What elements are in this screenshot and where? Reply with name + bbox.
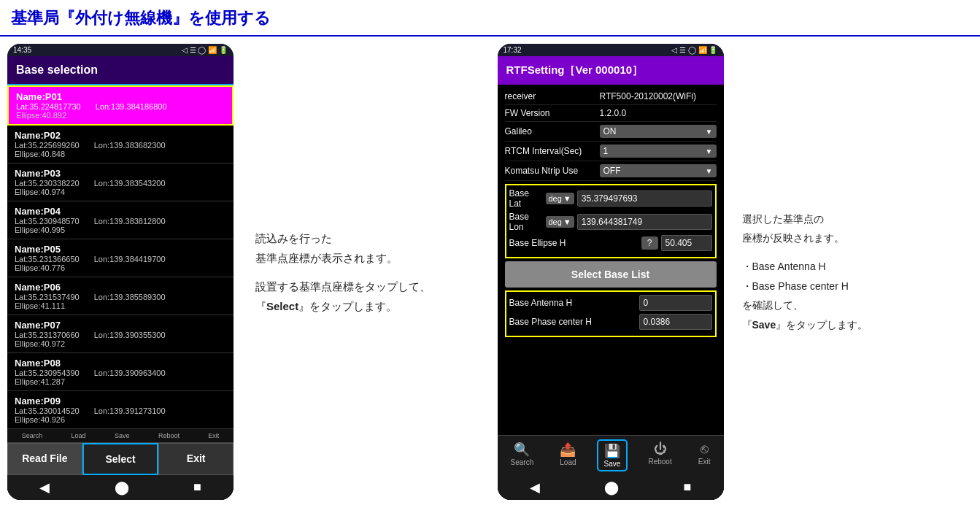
right-nav-bar: ◀ ⬤ ■ — [498, 475, 724, 500]
item-ellipse: Ellipse:40.926 — [15, 415, 226, 424]
base-lat-row: Base Lat deg ▼ — [509, 188, 712, 209]
middle-line5: 『Select』をタップします。 — [255, 296, 476, 316]
lon-unit-arrow: ▼ — [563, 217, 571, 226]
right-home-icon[interactable]: ⬤ — [604, 479, 619, 496]
save-label: Save — [752, 319, 776, 331]
tab-item[interactable]: Exit — [205, 431, 222, 441]
item-lat: Lat:35.230338220 — [15, 179, 80, 188]
reboot-icon: ⏻ — [654, 442, 667, 457]
base-list-item[interactable]: Name:P02 Lat:35.225699260 Lon:139.383682… — [7, 126, 234, 163]
rtfsetting-title: RTFSetting［Ver 000010］ — [506, 63, 715, 77]
ntrip-dropdown-icon: ▼ — [706, 167, 713, 175]
base-lon-input[interactable] — [577, 214, 712, 230]
item-ellipse: Ellipse:40.848 — [15, 150, 226, 158]
phase-h-input[interactable] — [639, 314, 712, 330]
item-lon: Lon:139.391273100 — [94, 407, 166, 415]
base-list-item[interactable]: Name:P01 Lat:35.224817730 Lon:139.384186… — [7, 85, 234, 126]
question-button[interactable]: ? — [641, 236, 658, 250]
rtcm-label: RTCM Interval(Sec) — [505, 146, 600, 156]
item-lon: Lon:139.383543200 — [94, 179, 166, 188]
base-list-item[interactable]: Name:P09 Lat:35.230014520 Lon:139.391273… — [7, 391, 234, 429]
base-list: Name:P01 Lat:35.224817730 Lon:139.384186… — [7, 85, 234, 429]
base-lat-input[interactable] — [577, 190, 712, 207]
antenna-h-label: Base Antenna H — [509, 298, 639, 308]
right-description: 選択した基準点の 座標が反映されます。 ・Base Antenna H ・Bas… — [731, 44, 973, 500]
base-ellipse-input[interactable] — [661, 235, 712, 251]
left-status-icons: ◁ ☰ ◯ 📶 🔋 — [182, 46, 228, 54]
item-coords: Lat:35.230954390 Lon:139.390963400 — [15, 369, 226, 377]
back-icon[interactable]: ◀ — [39, 479, 50, 496]
base-list-item[interactable]: Name:P04 Lat:35.230948570 Lon:139.383812… — [7, 201, 234, 239]
antenna-h-input[interactable] — [639, 295, 712, 311]
read-file-button[interactable]: Read File — [7, 443, 82, 475]
left-screen: Base selection Name:P01 Lat:35.224817730… — [7, 56, 234, 500]
exit-button-left[interactable]: Exit — [158, 443, 234, 475]
base-ellipse-row: Base Ellipse H ? — [509, 235, 712, 251]
galileo-select[interactable]: ON ▼ — [600, 125, 717, 138]
right-line2: 座標が反映されます。 — [742, 228, 962, 248]
right-back-icon[interactable]: ◀ — [530, 479, 540, 496]
lat-unit-select[interactable]: deg ▼ — [546, 193, 574, 204]
load-icon: 📤 — [560, 442, 576, 458]
base-lon-label: Base Lon — [509, 212, 546, 232]
bottom-btn-search[interactable]: 🔍 Search — [505, 439, 540, 471]
galileo-row: Galileo ON ▼ — [505, 122, 717, 142]
item-ellipse: Ellipse:40.776 — [15, 263, 226, 272]
left-status-time: 14:35 — [13, 46, 31, 54]
tab-item[interactable]: Search — [19, 431, 46, 441]
base-lon-row: Base Lon deg ▼ — [509, 212, 712, 232]
bottom-btn-exit[interactable]: ⎋ Exit — [692, 439, 717, 471]
rtcm-dropdown-icon: ▼ — [706, 147, 713, 155]
tab-item[interactable]: Reboot — [155, 431, 182, 441]
item-lon: Lon:139.384186800 — [96, 102, 167, 111]
base-list-item[interactable]: Name:P06 Lat:35.231537490 Lon:139.385589… — [7, 277, 234, 315]
item-lat: Lat:35.231537490 — [15, 293, 80, 301]
item-coords: Lat:35.230014520 Lon:139.391273100 — [15, 407, 226, 415]
item-coords: Lat:35.224817730 Lon:139.384186800 — [16, 102, 225, 111]
lat-unit-value: deg — [549, 194, 562, 203]
right-status-icons: ◁ ☰ ◯ 📶 🔋 — [671, 46, 717, 54]
item-coords: Lat:35.231537490 Lon:139.385589300 — [15, 293, 226, 301]
base-lat-label: Base Lat — [509, 188, 546, 209]
select-base-list-button[interactable]: Select Base List — [505, 261, 717, 288]
left-nav-bar: ◀ ⬤ ■ — [7, 475, 234, 500]
item-ellipse: Ellipse:40.974 — [15, 188, 226, 196]
tab-item[interactable]: Load — [69, 431, 89, 441]
fw-row: FW Version 1.2.0.0 — [505, 105, 717, 122]
bottom-btn-load[interactable]: 📤 Load — [554, 439, 582, 471]
rtcm-select[interactable]: 1 ▼ — [600, 145, 717, 158]
item-name: Name:P07 — [15, 320, 226, 331]
tab-item[interactable]: Save — [112, 431, 133, 441]
right-line5: ・Base Phase center H — [742, 277, 962, 296]
item-lat: Lat:35.225699260 — [15, 141, 80, 150]
home-icon[interactable]: ⬤ — [115, 479, 129, 496]
reboot-label: Reboot — [648, 458, 671, 466]
item-name: Name:P09 — [15, 396, 226, 407]
rtcm-row: RTCM Interval(Sec) 1 ▼ — [505, 142, 717, 161]
right-status-time: 17:32 — [503, 46, 522, 54]
item-ellipse: Ellipse:41.287 — [15, 377, 226, 386]
ntrip-select[interactable]: OFF ▼ — [600, 164, 717, 177]
base-list-item[interactable]: Name:P03 Lat:35.230338220 Lon:139.383543… — [7, 163, 234, 201]
base-list-item[interactable]: Name:P05 Lat:35.231366650 Lon:139.384419… — [7, 239, 234, 277]
left-phone: 14:35 ◁ ☰ ◯ 📶 🔋 Base selection Name:P01 … — [7, 44, 234, 500]
lon-unit-select[interactable]: deg ▼ — [546, 216, 574, 228]
item-lat: Lat:35.231370660 — [15, 331, 80, 339]
receiver-row: receiver RTF500-20120002(WiFi) — [505, 88, 717, 105]
select-button[interactable]: Select — [82, 443, 159, 475]
right-recent-icon[interactable]: ■ — [683, 479, 691, 496]
bottom-btn-reboot[interactable]: ⏻ Reboot — [642, 439, 677, 471]
item-lon: Lon:139.385589300 — [94, 293, 166, 301]
middle-line4: 設置する基準点座標をタップして、 — [255, 277, 476, 296]
item-ellipse: Ellipse:41.111 — [15, 301, 226, 310]
bottom-btn-save[interactable]: 💾 Save — [597, 439, 628, 471]
recent-icon[interactable]: ■ — [193, 479, 201, 496]
item-lat: Lat:35.231366650 — [15, 255, 80, 263]
item-coords: Lat:35.231370660 Lon:139.390355300 — [15, 331, 226, 339]
base-list-item[interactable]: Name:P07 Lat:35.231370660 Lon:139.390355… — [7, 315, 234, 353]
item-coords: Lat:35.230948570 Lon:139.383812800 — [15, 217, 226, 226]
base-list-item[interactable]: Name:P08 Lat:35.230954390 Lon:139.390963… — [7, 353, 234, 391]
left-header: Base selection — [7, 56, 234, 85]
right-line7: 『Save』をタップします。 — [742, 315, 962, 335]
phase-h-label: Base Phase center H — [509, 317, 639, 327]
